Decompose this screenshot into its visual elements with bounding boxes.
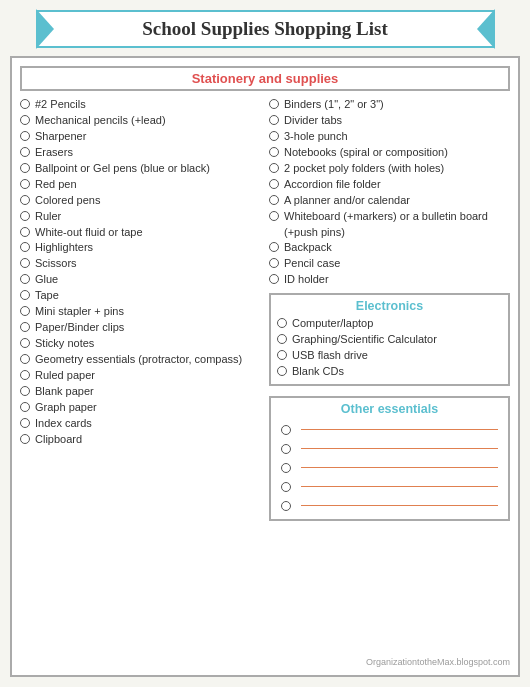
- list-item: Mini stapler + pins: [20, 304, 265, 320]
- bullet-icon: [20, 418, 30, 428]
- left-column: #2 PencilsMechanical pencils (+lead)Shar…: [20, 97, 265, 654]
- list-item: Graph paper: [20, 400, 265, 416]
- list-item: Accordion file folder: [269, 177, 510, 193]
- bullet-icon: [277, 334, 287, 344]
- bullet-icon: [281, 444, 291, 454]
- bullet-icon: [20, 147, 30, 157]
- list-item: Ruled paper: [20, 368, 265, 384]
- bullet-icon: [269, 115, 279, 125]
- list-item: 3-hole punch: [269, 129, 510, 145]
- list-item: Pencil case: [269, 256, 510, 272]
- blank-line: [301, 505, 498, 506]
- list-item: Clipboard: [20, 432, 265, 448]
- list-item: Ballpoint or Gel pens (blue or black): [20, 161, 265, 177]
- list-item: Binders (1", 2" or 3"): [269, 97, 510, 113]
- list-item: Whiteboard (+markers) or a bulletin boar…: [269, 209, 510, 241]
- bullet-icon: [20, 211, 30, 221]
- bullet-icon: [20, 402, 30, 412]
- bullet-icon: [20, 338, 30, 348]
- bullet-icon: [20, 163, 30, 173]
- list-item: Backpack: [269, 240, 510, 256]
- bullet-icon: [277, 318, 287, 328]
- list-item: USB flash drive: [277, 348, 502, 364]
- list-item: Red pen: [20, 177, 265, 193]
- bullet-icon: [20, 179, 30, 189]
- footer-text: OrganizationtotheMax.blogspot.com: [20, 657, 510, 667]
- bullet-icon: [269, 179, 279, 189]
- list-item: Scissors: [20, 256, 265, 272]
- list-item: A planner and/or calendar: [269, 193, 510, 209]
- bullet-icon: [20, 99, 30, 109]
- list-item: Index cards: [20, 416, 265, 432]
- bullet-icon: [20, 386, 30, 396]
- bullet-icon: [20, 115, 30, 125]
- bullet-icon: [281, 501, 291, 511]
- other-essentials-header: Other essentials: [277, 402, 502, 416]
- bullet-icon: [20, 242, 30, 252]
- electronics-header: Electronics: [277, 299, 502, 313]
- list-item: Sharpener: [20, 129, 265, 145]
- right-column: Binders (1", 2" or 3")Divider tabs3-hole…: [269, 97, 510, 654]
- bullet-icon: [20, 274, 30, 284]
- page-title: School Supplies Shopping List: [142, 18, 388, 39]
- list-item: Blank paper: [20, 384, 265, 400]
- list-item: Notebooks (spiral or composition): [269, 145, 510, 161]
- bullet-icon: [20, 434, 30, 444]
- list-item: Tape: [20, 288, 265, 304]
- list-item: 2 pocket poly folders (with holes): [269, 161, 510, 177]
- list-item: ID holder: [269, 272, 510, 288]
- bullet-icon: [20, 227, 30, 237]
- bullet-icon: [269, 195, 279, 205]
- bullet-icon: [269, 258, 279, 268]
- right-top-stationery: Binders (1", 2" or 3")Divider tabs3-hole…: [269, 97, 510, 288]
- other-essentials-lines: [277, 419, 502, 515]
- left-list: #2 PencilsMechanical pencils (+lead)Shar…: [20, 97, 265, 448]
- bullet-icon: [20, 131, 30, 141]
- essentials-line: [281, 499, 498, 511]
- blank-line: [301, 486, 498, 487]
- bullet-icon: [20, 195, 30, 205]
- list-item: Blank CDs: [277, 364, 502, 380]
- bullet-icon: [20, 370, 30, 380]
- bullet-icon: [281, 482, 291, 492]
- list-item: Mechanical pencils (+lead): [20, 113, 265, 129]
- essentials-line: [281, 442, 498, 454]
- bullet-icon: [20, 354, 30, 364]
- bullet-icon: [281, 463, 291, 473]
- essentials-line: [281, 423, 498, 435]
- bullet-icon: [277, 366, 287, 376]
- columns-area: #2 PencilsMechanical pencils (+lead)Shar…: [20, 97, 510, 654]
- bullet-icon: [20, 306, 30, 316]
- bullet-icon: [269, 131, 279, 141]
- list-item: White-out fluid or tape: [20, 225, 265, 241]
- bullet-icon: [20, 258, 30, 268]
- list-item: Erasers: [20, 145, 265, 161]
- bullet-icon: [20, 290, 30, 300]
- electronics-card: Electronics Computer/laptopGraphing/Scie…: [269, 293, 510, 386]
- essentials-line: [281, 480, 498, 492]
- bullet-icon: [20, 322, 30, 332]
- page-title-box: School Supplies Shopping List: [36, 10, 495, 48]
- list-item: Computer/laptop: [277, 316, 502, 332]
- stationery-header: Stationery and supplies: [20, 66, 510, 91]
- list-item: Divider tabs: [269, 113, 510, 129]
- bullet-icon: [269, 211, 279, 221]
- blank-line: [301, 448, 498, 449]
- bullet-icon: [269, 147, 279, 157]
- list-item: #2 Pencils: [20, 97, 265, 113]
- list-item: Ruler: [20, 209, 265, 225]
- list-item: Sticky notes: [20, 336, 265, 352]
- list-item: Graphing/Scientific Calculator: [277, 332, 502, 348]
- list-item: Glue: [20, 272, 265, 288]
- bullet-icon: [269, 99, 279, 109]
- bullet-icon: [269, 242, 279, 252]
- blank-line: [301, 467, 498, 468]
- other-essentials-card: Other essentials: [269, 396, 510, 521]
- bullet-icon: [281, 425, 291, 435]
- list-item: Colored pens: [20, 193, 265, 209]
- list-item: Paper/Binder clips: [20, 320, 265, 336]
- blank-line: [301, 429, 498, 430]
- main-card: Stationery and supplies #2 PencilsMechan…: [10, 56, 520, 677]
- essentials-line: [281, 461, 498, 473]
- bullet-icon: [269, 163, 279, 173]
